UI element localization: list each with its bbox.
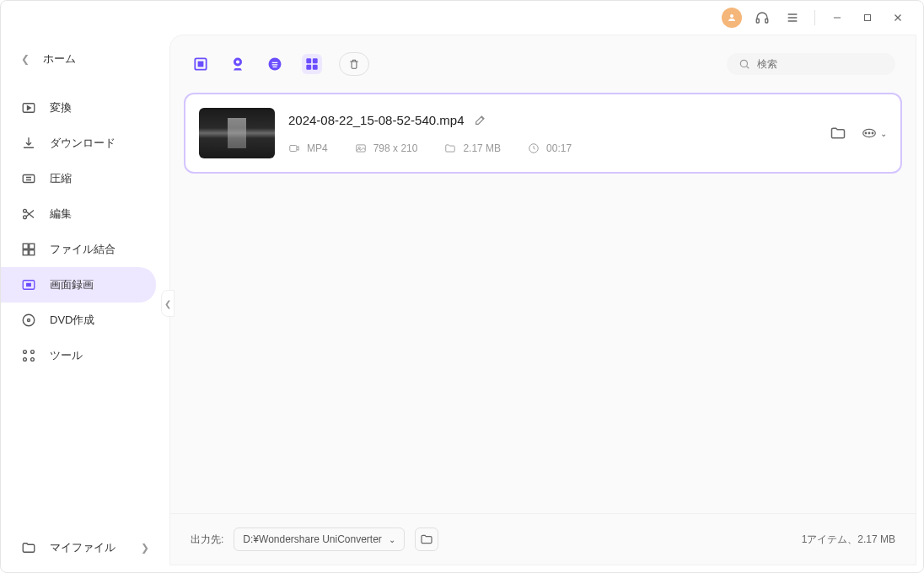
svg-rect-7 bbox=[865, 15, 871, 21]
sidebar-item-label: 画面録画 bbox=[50, 277, 94, 292]
file-resolution: 798 x 210 bbox=[355, 142, 418, 154]
home-label: ホーム bbox=[43, 51, 76, 67]
sidebar-item-label: ファイル結合 bbox=[50, 242, 116, 257]
menu-icon[interactable] bbox=[781, 6, 804, 29]
search-icon bbox=[739, 58, 750, 70]
svg-point-21 bbox=[23, 314, 35, 326]
svg-point-43 bbox=[868, 132, 870, 134]
user-avatar-icon[interactable] bbox=[720, 6, 744, 29]
svg-rect-34 bbox=[306, 65, 311, 70]
convert-icon bbox=[21, 100, 36, 115]
file-format: MP4 bbox=[288, 142, 328, 154]
output-label: 出力先: bbox=[191, 533, 223, 547]
headset-icon[interactable] bbox=[750, 6, 774, 29]
file-duration: 00:17 bbox=[528, 142, 572, 154]
svg-rect-32 bbox=[306, 58, 311, 63]
download-icon bbox=[21, 136, 36, 151]
file-size: 2.17 MB bbox=[444, 142, 501, 154]
chevron-down-icon: ⌄ bbox=[880, 129, 887, 138]
chevron-left-icon: ❮ bbox=[21, 53, 30, 65]
sidebar-item-record[interactable]: 画面録画 bbox=[1, 267, 156, 303]
sidebar-item-download[interactable]: ダウンロード bbox=[1, 126, 169, 161]
svg-rect-1 bbox=[756, 19, 759, 24]
sidebar-item-label: ツール bbox=[50, 348, 83, 363]
sidebar-item-edit[interactable]: 編集 bbox=[1, 196, 169, 232]
svg-rect-15 bbox=[23, 244, 28, 249]
search-input[interactable] bbox=[757, 58, 884, 70]
sidebar: ❮ ホーム 変換 ダウンロード 圧縮 編集 ファイル結合 bbox=[1, 35, 169, 572]
sidebar-item-compress[interactable]: 圧縮 bbox=[1, 161, 169, 196]
sidebar-item-merge[interactable]: ファイル結合 bbox=[1, 232, 169, 267]
svg-rect-33 bbox=[313, 58, 318, 63]
disc-icon bbox=[21, 313, 36, 328]
titlebar-divider bbox=[814, 10, 815, 25]
svg-point-42 bbox=[865, 132, 867, 134]
sidebar-item-convert[interactable]: 変換 bbox=[1, 90, 169, 126]
sidebar-item-tools[interactable]: ツール bbox=[1, 338, 169, 373]
svg-point-26 bbox=[31, 358, 35, 361]
record-screen-icon[interactable] bbox=[191, 54, 211, 74]
svg-point-30 bbox=[236, 60, 239, 63]
svg-rect-28 bbox=[199, 62, 203, 67]
output-path-value: D:¥Wondershare UniConverter bbox=[243, 533, 382, 545]
svg-point-23 bbox=[24, 351, 27, 354]
rename-icon[interactable] bbox=[474, 113, 487, 126]
delete-button[interactable] bbox=[339, 52, 369, 76]
svg-point-24 bbox=[31, 351, 35, 354]
home-button[interactable]: ❮ ホーム bbox=[1, 41, 169, 77]
svg-rect-18 bbox=[30, 250, 35, 255]
file-name: 2024-08-22_15-08-52-540.mp4 bbox=[288, 113, 464, 127]
content-area: 2024-08-22_15-08-52-540.mp4 MP4 798 x 21… bbox=[169, 35, 916, 565]
record-webcam-icon[interactable] bbox=[228, 54, 248, 74]
more-menu-button[interactable]: ⌄ bbox=[860, 126, 887, 140]
record-audio-icon[interactable] bbox=[265, 54, 285, 74]
compress-icon bbox=[21, 171, 36, 186]
folder-icon bbox=[21, 540, 36, 555]
svg-line-37 bbox=[746, 66, 749, 68]
minimize-button[interactable] bbox=[825, 6, 849, 29]
sidebar-item-label: 変換 bbox=[50, 100, 72, 115]
svg-point-25 bbox=[24, 358, 27, 361]
open-folder-icon[interactable] bbox=[830, 125, 846, 142]
sidebar-item-label: 圧縮 bbox=[50, 171, 72, 186]
svg-rect-2 bbox=[766, 19, 768, 24]
record-grid-icon[interactable] bbox=[302, 54, 322, 74]
sidebar-item-label: ダウンロード bbox=[50, 136, 116, 151]
open-output-folder-button[interactable] bbox=[415, 527, 438, 551]
svg-rect-38 bbox=[290, 145, 297, 151]
tools-icon bbox=[21, 348, 36, 363]
myfiles-button[interactable]: マイファイル ❯ bbox=[1, 530, 169, 565]
svg-rect-12 bbox=[23, 175, 35, 183]
status-text: 1アイテム、2.17 MB bbox=[802, 533, 895, 547]
output-path-select[interactable]: D:¥Wondershare UniConverter ⌄ bbox=[234, 527, 405, 551]
maximize-button[interactable] bbox=[856, 6, 879, 29]
svg-marker-11 bbox=[28, 106, 31, 110]
record-icon bbox=[21, 277, 36, 292]
sidebar-item-dvd[interactable]: DVD作成 bbox=[1, 303, 169, 338]
scissors-icon bbox=[21, 206, 36, 222]
file-card[interactable]: 2024-08-22_15-08-52-540.mp4 MP4 798 x 21… bbox=[184, 93, 902, 174]
myfiles-label: マイファイル bbox=[50, 540, 116, 555]
svg-point-22 bbox=[28, 319, 30, 322]
svg-rect-17 bbox=[23, 250, 28, 255]
svg-rect-35 bbox=[313, 65, 318, 70]
svg-point-36 bbox=[740, 60, 747, 67]
chevron-right-icon: ❯ bbox=[141, 542, 149, 554]
sidebar-item-label: DVD作成 bbox=[50, 313, 94, 328]
svg-point-0 bbox=[730, 14, 733, 18]
chevron-down-icon: ⌄ bbox=[389, 535, 395, 544]
sidebar-collapse-handle[interactable]: ❮ bbox=[161, 290, 175, 317]
file-thumbnail bbox=[199, 108, 275, 158]
svg-point-31 bbox=[269, 58, 282, 71]
svg-rect-16 bbox=[30, 244, 35, 249]
close-button[interactable] bbox=[886, 6, 910, 29]
search-box[interactable] bbox=[727, 53, 895, 75]
svg-rect-20 bbox=[27, 284, 31, 286]
svg-point-44 bbox=[872, 132, 873, 134]
merge-icon bbox=[21, 242, 36, 257]
sidebar-item-label: 編集 bbox=[50, 206, 72, 222]
